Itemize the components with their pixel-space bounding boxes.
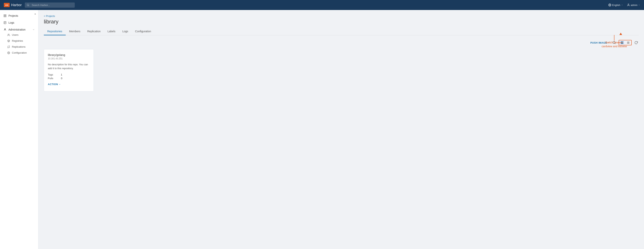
svg-rect-6: [4, 14, 5, 16]
list-view-icon: [627, 41, 630, 44]
sidebar-item-logs[interactable]: Logs: [0, 19, 38, 26]
app-layout: « Projects Logs: [0, 10, 644, 249]
repo-name: library/golang: [48, 53, 90, 56]
breadcrumb[interactable]: < Projects: [44, 14, 638, 18]
project-tabs: Repositories Members Replication Labels …: [44, 28, 638, 35]
page-title: library: [44, 19, 638, 25]
svg-point-17: [8, 52, 9, 53]
top-navbar: vm Harbor English admin: [0, 0, 644, 10]
svg-point-14: [4, 29, 6, 30]
repo-stats: Tags 1 Pulls 0: [48, 73, 90, 80]
sidebar-item-replications[interactable]: Replications: [4, 44, 38, 50]
tab-members[interactable]: Members: [66, 28, 84, 35]
svg-rect-22: [621, 43, 622, 44]
sidebar-item-registries[interactable]: Registries: [4, 38, 38, 44]
app-name: Harbor: [11, 3, 22, 7]
tab-replication[interactable]: Replication: [84, 28, 104, 35]
svg-rect-21: [622, 42, 623, 42]
language-label: English: [612, 4, 620, 6]
administration-label: Administration: [8, 28, 26, 31]
sidebar-sub-item-label: Registries: [12, 40, 23, 42]
tab-logs[interactable]: Logs: [119, 28, 132, 35]
search-icon: [27, 4, 30, 6]
administration-sub-menu: Users Registries Replications: [0, 32, 38, 56]
user-label: admin: [631, 4, 638, 6]
svg-line-1: [29, 6, 29, 6]
sidebar-sub-item-label: Replications: [12, 45, 26, 48]
svg-rect-8: [4, 16, 5, 17]
sidebar-item-label: Projects: [8, 14, 18, 17]
sidebar: « Projects Logs: [0, 10, 38, 249]
svg-rect-20: [621, 42, 622, 42]
refresh-button[interactable]: [634, 40, 638, 45]
chevron-down-icon: [638, 4, 640, 6]
navbar-right: English admin: [608, 4, 640, 6]
chevron-down-icon: [59, 84, 61, 85]
repo-stat-pulls: Pulls 0: [48, 77, 90, 80]
sidebar-sub-item-label: Configuration: [12, 51, 27, 54]
pulls-label: Pulls: [48, 77, 53, 80]
svg-marker-16: [8, 40, 10, 41]
repo-description: No description for this repo. You can ad…: [48, 63, 90, 70]
replications-icon: [7, 46, 10, 48]
search-icon: [612, 41, 616, 44]
repo-card: library/golang 10.161.43.251 No descript…: [44, 49, 94, 92]
action-button[interactable]: ACTION: [48, 83, 61, 86]
view-toggle: [619, 40, 632, 45]
svg-point-18: [613, 41, 615, 44]
svg-point-5: [628, 4, 629, 5]
svg-point-15: [8, 34, 9, 35]
configuration-icon: [7, 52, 10, 54]
chevron-down-icon: [32, 28, 35, 31]
main-content: < Projects library Repositories Members …: [38, 10, 644, 249]
sidebar-item-projects[interactable]: Projects: [0, 12, 38, 19]
repo-ip: 10.161.43.251: [48, 57, 90, 60]
admin-icon: [4, 28, 6, 31]
repo-stat-tags: Tags 1: [48, 73, 90, 76]
user-selector[interactable]: admin: [627, 4, 640, 6]
tab-labels[interactable]: Labels: [104, 28, 119, 35]
chevron-down-icon: [621, 4, 623, 6]
svg-rect-7: [5, 14, 6, 16]
sidebar-administration-section: Administration: [0, 26, 38, 32]
grid-icon: [4, 14, 6, 17]
tags-value: 1: [61, 73, 62, 76]
card-view-icon: [620, 41, 624, 44]
tab-repositories[interactable]: Repositories: [44, 28, 66, 35]
svg-point-0: [27, 4, 29, 6]
sidebar-item-users[interactable]: Users: [4, 32, 38, 38]
search-input[interactable]: [25, 2, 75, 8]
globe-icon: [608, 4, 611, 6]
svg-rect-9: [5, 16, 6, 17]
logs-icon: [4, 21, 6, 24]
card-view-button[interactable]: [619, 40, 625, 45]
refresh-icon: [634, 41, 638, 44]
sidebar-collapse-button[interactable]: «: [34, 12, 37, 16]
search-button[interactable]: [612, 40, 617, 45]
harbor-logo: vm Harbor: [4, 3, 22, 7]
search-wrapper[interactable]: [25, 2, 75, 8]
chevron-down-icon: [608, 42, 610, 44]
tab-configuration[interactable]: Configuration: [132, 28, 154, 35]
repositories-toolbar: PUSH IMAGE: [44, 40, 638, 45]
user-icon: [627, 4, 630, 6]
navbar-left: vm Harbor: [4, 2, 75, 8]
tags-label: Tags: [48, 73, 53, 76]
users-icon: [7, 34, 10, 36]
vm-logo: vm: [4, 3, 10, 7]
pulls-value: 0: [61, 77, 62, 80]
registries-icon: [7, 40, 10, 42]
sidebar-item-configuration[interactable]: Configuration: [4, 50, 38, 56]
svg-line-19: [615, 43, 615, 44]
push-image-button[interactable]: PUSH IMAGE: [590, 41, 610, 44]
language-selector[interactable]: English: [608, 4, 623, 6]
repositories-grid: library/golang 10.161.43.251 No descript…: [44, 49, 638, 92]
sidebar-item-label: Logs: [8, 21, 14, 24]
svg-rect-23: [622, 43, 623, 44]
administration-header[interactable]: Administration: [4, 28, 35, 31]
sidebar-sub-item-label: Users: [12, 34, 18, 36]
list-view-button[interactable]: [625, 40, 631, 45]
